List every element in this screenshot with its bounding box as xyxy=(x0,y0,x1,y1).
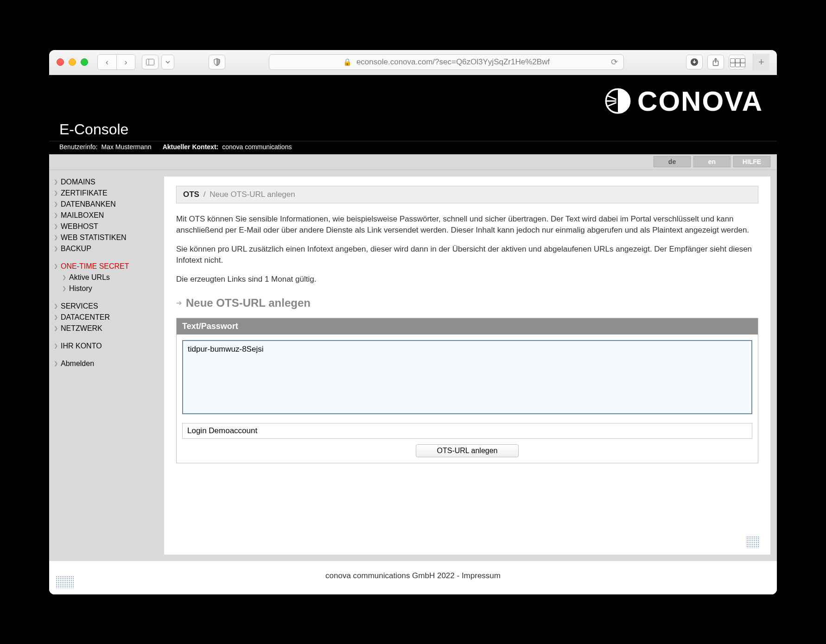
window-controls xyxy=(57,58,88,66)
sidebar-item-services[interactable]: ❯SERVICES xyxy=(52,301,161,312)
breadcrumb: OTS / Neue OTS-URL anlegen xyxy=(176,186,758,203)
create-url-button[interactable]: OTS-URL anlegen xyxy=(416,444,518,457)
sidebar: ❯DOMAINS ❯ZERTIFIKATE ❯DATENBANKEN ❯MAIL… xyxy=(49,170,164,561)
svg-line-5 xyxy=(608,96,616,100)
brand-logo: CONOVA xyxy=(605,85,763,117)
panel-title: Text/Passwort xyxy=(177,318,758,335)
browser-window: ‹ › 🔒 econsole.conova.com/?sec=Q6zOl3Yyj… xyxy=(49,50,777,594)
sidebar-item-ots[interactable]: ❯ONE-TIME SECRET xyxy=(52,261,161,272)
resize-handle-icon xyxy=(746,536,759,548)
intro-paragraph-2: Sie können pro URL zusätzlich einen Info… xyxy=(176,244,758,266)
grid-icon: ▢▢▢▢▢▢ xyxy=(730,58,745,66)
forward-button[interactable]: › xyxy=(116,55,135,69)
sidebar-item-backup[interactable]: ❯BACKUP xyxy=(52,243,161,254)
sidebar-item-mailboxen[interactable]: ❯MAILBOXEN xyxy=(52,210,161,221)
resize-handle-icon xyxy=(56,576,74,588)
chevron-right-icon: ❯ xyxy=(54,360,58,366)
chevron-right-icon: ❯ xyxy=(54,263,58,269)
app-header: CONOVA E-Console Benutzerinfo: Max Muste… xyxy=(49,75,777,154)
minimize-window-button[interactable] xyxy=(69,58,76,66)
browser-chrome: ‹ › 🔒 econsole.conova.com/?sec=Q6zOl3Yyj… xyxy=(49,50,777,75)
intro-paragraph-1: Mit OTS können Sie sensible Informatione… xyxy=(176,214,758,236)
url-text: econsole.conova.com/?sec=Q6zOl3YyjSqZr1H… xyxy=(356,57,550,67)
chevron-right-icon: ❯ xyxy=(54,246,58,252)
chevron-right-icon: ❯ xyxy=(54,201,58,207)
chevron-right-icon: ❯ xyxy=(54,234,58,240)
address-bar[interactable]: 🔒 econsole.conova.com/?sec=Q6zOl3YyjSqZr… xyxy=(269,54,624,70)
sidebar-toggle-button[interactable] xyxy=(142,55,159,69)
tabs-overview-button[interactable]: ▢▢▢▢▢▢ xyxy=(729,55,745,69)
chevron-right-icon: ❯ xyxy=(54,179,58,185)
userinfo-label: Benutzerinfo: xyxy=(59,143,98,151)
sidebar-item-netzwerk[interactable]: ❯NETZWERK xyxy=(52,323,161,334)
close-window-button[interactable] xyxy=(57,58,64,66)
arrow-right-icon: ➔ xyxy=(176,299,182,307)
conova-logo-icon xyxy=(605,88,631,114)
sidebar-item-webhost[interactable]: ❯WEBHOST xyxy=(52,221,161,232)
lang-en-button[interactable]: en xyxy=(693,156,731,167)
tab-overview-button[interactable] xyxy=(161,55,174,69)
context-label: Aktueller Kontext: xyxy=(163,143,219,151)
chevron-right-icon: ❯ xyxy=(54,314,58,320)
lock-icon: 🔒 xyxy=(343,58,352,66)
sidebar-item-zertifikate[interactable]: ❯ZERTIFIKATE xyxy=(52,188,161,199)
form-panel: Text/Passwort OTS-URL anlegen xyxy=(176,318,758,463)
footer-text[interactable]: conova communications GmbH 2022 - Impres… xyxy=(325,571,501,580)
context-value: conova communications xyxy=(222,143,292,151)
footer: conova communications GmbH 2022 - Impres… xyxy=(49,561,777,594)
app-title: E-Console xyxy=(59,121,128,138)
chevron-right-icon: ❯ xyxy=(54,190,58,196)
maximize-window-button[interactable] xyxy=(81,58,88,66)
sidebar-item-domains[interactable]: ❯DOMAINS xyxy=(52,177,161,188)
context-bar: Benutzerinfo: Max Mustermann Aktueller K… xyxy=(49,141,777,154)
infotext-input[interactable] xyxy=(182,423,752,439)
help-button[interactable]: HILFE xyxy=(733,156,770,167)
chevron-right-icon: ❯ xyxy=(62,285,66,291)
userinfo-value: Max Mustermann xyxy=(102,143,152,151)
sidebar-item-datacenter[interactable]: ❯DATACENTER xyxy=(52,312,161,323)
privacy-shield-button[interactable] xyxy=(209,55,225,69)
breadcrumb-root[interactable]: OTS xyxy=(183,190,199,199)
chevron-right-icon: ❯ xyxy=(54,212,58,218)
chevron-right-icon: ❯ xyxy=(62,274,66,280)
sidebar-item-account[interactable]: ❯IHR KONTO xyxy=(52,341,161,352)
sidebar-item-webstats[interactable]: ❯WEB STATISTIKEN xyxy=(52,232,161,243)
chevron-right-icon: ❯ xyxy=(54,303,58,309)
sidebar-sub-active-urls[interactable]: ❯Aktive URLs xyxy=(52,272,161,283)
new-tab-button[interactable]: + xyxy=(753,54,769,70)
chevron-right-icon: ❯ xyxy=(54,325,58,331)
intro-paragraph-3: Die erzeugten Links sind 1 Monat gültig. xyxy=(176,274,758,285)
page-viewport: CONOVA E-Console Benutzerinfo: Max Muste… xyxy=(49,75,777,594)
brand-name: CONOVA xyxy=(637,85,763,117)
language-bar: de en HILFE xyxy=(49,154,777,170)
secret-textarea[interactable] xyxy=(182,340,752,414)
breadcrumb-current: Neue OTS-URL anlegen xyxy=(210,190,295,199)
sidebar-sub-history[interactable]: ❯History xyxy=(52,283,161,294)
back-button[interactable]: ‹ xyxy=(98,55,116,69)
chevron-right-icon: ❯ xyxy=(54,223,58,229)
section-heading: Neue OTS-URL anlegen xyxy=(186,297,311,309)
lang-de-button[interactable]: de xyxy=(654,156,691,167)
share-button[interactable] xyxy=(707,55,724,69)
chevron-right-icon: ❯ xyxy=(54,343,58,349)
downloads-button[interactable] xyxy=(686,55,703,69)
reload-button[interactable]: ⟳ xyxy=(611,57,618,67)
breadcrumb-sep: / xyxy=(203,190,206,199)
svg-rect-0 xyxy=(146,59,154,65)
svg-line-7 xyxy=(608,102,616,106)
nav-button-group: ‹ › xyxy=(97,54,135,70)
sidebar-item-datenbanken[interactable]: ❯DATENBANKEN xyxy=(52,199,161,210)
main-content: OTS / Neue OTS-URL anlegen Mit OTS könne… xyxy=(164,177,770,555)
sidebar-item-logout[interactable]: ❯Abmelden xyxy=(52,358,161,369)
